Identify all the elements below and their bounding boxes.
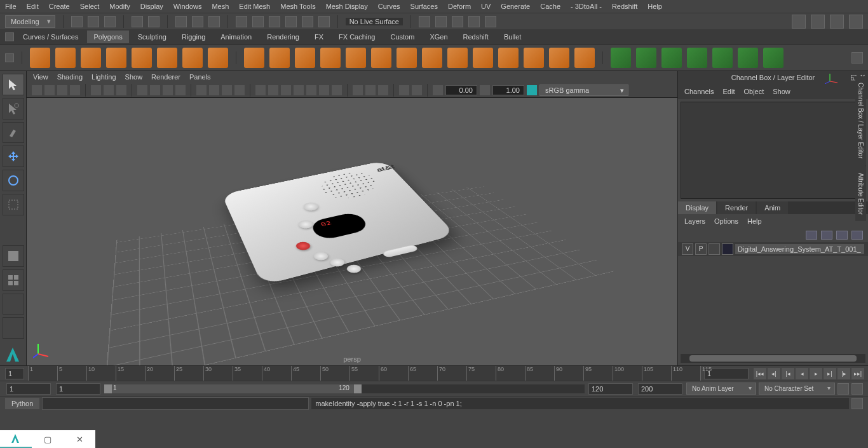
menu-deform[interactable]: Deform	[448, 3, 471, 10]
prev-key-icon[interactable]: ◂|	[768, 368, 780, 379]
vp-icon-24[interactable]	[365, 85, 376, 95]
layer-icon-1[interactable]	[806, 231, 817, 240]
viewport-layout-4[interactable]	[3, 317, 24, 339]
time-ruler[interactable]: 1510152025303540455055606570758085909510…	[28, 366, 700, 381]
timeline-start-input[interactable]	[5, 368, 24, 379]
menu-redshift[interactable]: Redshift	[612, 3, 637, 10]
poly-torus-icon[interactable]	[132, 48, 152, 68]
menu-edit[interactable]: Edit	[27, 3, 39, 10]
exposure-input[interactable]	[445, 85, 477, 95]
vp-icon-4[interactable]	[70, 85, 80, 95]
render-icon[interactable]	[419, 16, 430, 27]
vp-menu-view[interactable]: View	[33, 73, 48, 81]
select-mode-icon[interactable]	[175, 16, 187, 27]
snap-grid-icon[interactable]	[236, 16, 247, 27]
menu-select[interactable]: Select	[80, 3, 100, 10]
shelf-menu-icon[interactable]	[5, 32, 14, 41]
layer-icon-3[interactable]	[836, 231, 848, 240]
vp-icon-5[interactable]	[91, 85, 101, 95]
channel-tab-object[interactable]: Object	[743, 88, 764, 95]
workspace-icon-4[interactable]	[849, 15, 863, 29]
poly-cylinder-icon[interactable]	[81, 48, 101, 68]
bool-diff-icon[interactable]	[636, 48, 656, 68]
layer-row[interactable]: V P Digital_Answering_System_AT_T_001_	[678, 242, 868, 256]
menu-mesh[interactable]: Mesh	[212, 3, 229, 10]
shelf-edit-icon[interactable]	[5, 53, 14, 62]
separate-icon[interactable]	[498, 48, 519, 68]
menu-mesh-display[interactable]: Mesh Display	[326, 3, 368, 10]
layer-menu-options[interactable]: Options	[714, 217, 738, 225]
prefs-icon[interactable]	[851, 383, 863, 395]
taskbar-minimize-icon[interactable]: ▢	[32, 430, 64, 448]
workspace-icon[interactable]	[792, 15, 806, 29]
poly-helix-icon[interactable]	[320, 48, 341, 68]
menu-curves[interactable]: Curves	[378, 3, 400, 10]
menu-create[interactable]: Create	[49, 3, 70, 10]
rotate-tool[interactable]	[3, 170, 24, 191]
go-start-icon[interactable]: |◂◂	[754, 368, 766, 379]
vp-icon-20[interactable]	[306, 85, 316, 95]
vp-icon-13[interactable]	[209, 85, 219, 95]
poly-sphere-icon[interactable]	[30, 48, 50, 68]
channel-tab-show[interactable]: Show	[773, 88, 790, 95]
poly-pipe-icon[interactable]	[295, 48, 315, 68]
command-input[interactable]	[42, 397, 309, 410]
menu-generate[interactable]: Generate	[501, 3, 530, 10]
step-fwd-icon[interactable]: ▸|	[824, 368, 836, 379]
paint-select-icon[interactable]	[208, 16, 220, 27]
shelf-tab-fx-caching[interactable]: FX Caching	[332, 31, 381, 43]
poly-prism-icon[interactable]	[244, 48, 264, 68]
poly-gear-icon[interactable]	[346, 48, 366, 68]
menu-uv[interactable]: UV	[481, 3, 491, 10]
move-tool[interactable]	[3, 146, 24, 167]
select-tool[interactable]	[3, 74, 24, 95]
redo-icon[interactable]	[148, 16, 159, 27]
vp-icon-10[interactable]	[163, 85, 173, 95]
shelf-tab-rigging[interactable]: Rigging	[175, 31, 212, 43]
vp-icon-3[interactable]	[57, 85, 67, 95]
shelf-tab-bullet[interactable]: Bullet	[498, 31, 528, 43]
autokey-icon[interactable]	[837, 383, 849, 395]
taskbar-close-icon[interactable]: ✕	[64, 430, 95, 448]
layer-menu-layers[interactable]: Layers	[684, 217, 705, 225]
workspace-selector[interactable]: Modeling	[5, 15, 55, 28]
hypershade-icon[interactable]	[468, 16, 480, 27]
channel-tab-channels[interactable]: Channels	[684, 88, 714, 95]
vp-icon-23[interactable]	[353, 85, 363, 95]
vp-icon-14[interactable]	[222, 85, 232, 95]
range-start-input[interactable]	[6, 383, 51, 395]
menu-help[interactable]: Help	[648, 3, 662, 10]
layer-playback-toggle[interactable]: P	[695, 243, 707, 255]
reduce-icon[interactable]	[574, 48, 595, 68]
go-end-icon[interactable]: ▸▸|	[851, 368, 864, 379]
vp-icon-11[interactable]	[175, 85, 186, 95]
paint-select-tool[interactable]	[3, 122, 24, 144]
shelf-tab-rendering[interactable]: Rendering	[261, 31, 306, 43]
bevel-icon[interactable]	[712, 48, 733, 68]
poly-type-icon[interactable]	[422, 48, 442, 68]
side-tab-attribute-editor[interactable]: Attribute Editor	[855, 166, 866, 221]
menu--dtoall-[interactable]: - 3DtoAll -	[571, 3, 602, 10]
extract-icon[interactable]	[524, 48, 544, 68]
vp-icon-8[interactable]	[137, 85, 147, 95]
combine-icon[interactable]	[473, 48, 493, 68]
layer-name-field[interactable]: Digital_Answering_System_AT_T_001_	[735, 244, 864, 254]
layer-icon-2[interactable]	[821, 231, 832, 240]
next-key-icon[interactable]: |▸	[837, 368, 850, 379]
vp-menu-lighting[interactable]: Lighting	[92, 73, 116, 81]
horizontal-scrollbar[interactable]	[681, 354, 865, 363]
ipr-icon[interactable]	[435, 16, 447, 27]
multicut-icon[interactable]	[763, 48, 783, 68]
shelf-options-icon[interactable]	[851, 52, 863, 64]
shelf-tab-sculpting[interactable]: Sculpting	[132, 31, 173, 43]
shelf-tab-polygons[interactable]: Polygons	[87, 31, 128, 43]
vp-icon-16[interactable]	[255, 85, 266, 95]
snap-view-icon[interactable]	[318, 16, 330, 27]
snap-plane-icon[interactable]	[285, 16, 297, 27]
lasso-tool[interactable]	[3, 98, 24, 119]
poly-soccer-icon[interactable]	[371, 48, 391, 68]
vp-icon-17[interactable]	[268, 85, 278, 95]
bool-union-icon[interactable]	[611, 48, 631, 68]
scale-tool[interactable]	[3, 194, 24, 215]
layer-visibility-toggle[interactable]: V	[682, 243, 693, 255]
